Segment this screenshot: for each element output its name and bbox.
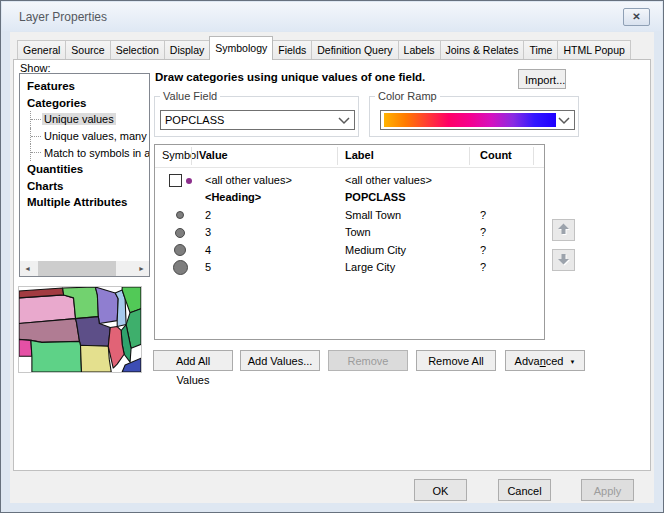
symbol-cell bbox=[155, 259, 205, 276]
column-header-count[interactable]: Count bbox=[480, 149, 512, 161]
import-button[interactable]: Import... bbox=[518, 69, 566, 89]
scroll-left-icon[interactable]: ◄ bbox=[20, 261, 35, 276]
chevron-down-icon bbox=[338, 117, 350, 125]
scroll-right-icon[interactable]: ► bbox=[134, 261, 149, 276]
tree-item-label: Quantities bbox=[25, 163, 85, 175]
point-symbol-icon bbox=[186, 178, 192, 184]
tab-general[interactable]: General bbox=[17, 40, 66, 60]
tab-symbology[interactable]: Symbology bbox=[209, 36, 273, 60]
move-down-button[interactable] bbox=[552, 249, 575, 271]
value-cell: 3 bbox=[205, 226, 211, 238]
tab-fields[interactable]: Fields bbox=[272, 40, 312, 60]
column-header-label[interactable]: Label bbox=[345, 149, 374, 161]
show-tree-item-match-to-symbols-in-a[interactable]: Match to symbols in a bbox=[20, 144, 149, 161]
show-tree-item-unique-values-many[interactable]: Unique values, many bbox=[20, 128, 149, 145]
symbology-tab-page: Show: FeaturesCategoriesUnique valuesUni… bbox=[13, 59, 651, 471]
tree-item-label: Categories bbox=[25, 97, 88, 109]
tab-joins-relates[interactable]: Joins & Relates bbox=[440, 40, 525, 60]
point-symbol-icon[interactable] bbox=[176, 211, 184, 219]
categories-table: SymbolValueLabelCount <all other values>… bbox=[154, 144, 545, 340]
tree-item-label: Multiple Attributes bbox=[25, 196, 130, 208]
column-header-symbol[interactable]: Symbol bbox=[162, 149, 199, 161]
close-button[interactable]: ✕ bbox=[623, 8, 650, 26]
category-row[interactable]: 3Town? bbox=[155, 224, 544, 241]
count-cell: ? bbox=[480, 244, 486, 256]
show-tree-item-categories[interactable]: Categories bbox=[20, 95, 149, 112]
color-ramp-label: Color Ramp bbox=[375, 90, 440, 102]
tab-time[interactable]: Time bbox=[523, 40, 558, 60]
tree-item-label: Charts bbox=[25, 180, 65, 192]
point-symbol-icon[interactable] bbox=[174, 244, 186, 256]
tab-selection[interactable]: Selection bbox=[110, 40, 165, 60]
map-region bbox=[19, 339, 32, 356]
category-row[interactable]: 5Large City? bbox=[155, 259, 544, 276]
column-separator bbox=[337, 147, 338, 165]
add-values-button[interactable]: Add Values... bbox=[240, 350, 320, 371]
layer-properties-dialog: Layer Properties ✕ GeneralSourceSelectio… bbox=[0, 0, 664, 513]
cancel-button[interactable]: Cancel bbox=[498, 479, 551, 501]
show-tree-item-quantities[interactable]: Quantities bbox=[20, 161, 149, 178]
column-separator bbox=[469, 147, 470, 165]
map-region bbox=[122, 358, 141, 372]
move-up-button[interactable] bbox=[552, 219, 575, 241]
tree-horizontal-scrollbar: ◄ ► bbox=[20, 261, 149, 276]
arrow-up-icon bbox=[555, 221, 572, 237]
apply-button[interactable]: Apply bbox=[581, 479, 634, 501]
value-cell: <Heading> bbox=[205, 191, 261, 203]
category-row[interactable]: 2Small Town? bbox=[155, 207, 544, 224]
show-tree-item-unique-values[interactable]: Unique values bbox=[20, 111, 149, 128]
scrollbar-track bbox=[35, 261, 134, 276]
label-cell: Small Town bbox=[345, 209, 401, 221]
symbol-cell bbox=[155, 224, 205, 241]
tree-connector-icon bbox=[30, 128, 42, 145]
color-ramp-dropdown[interactable] bbox=[380, 110, 575, 130]
value-field-dropdown[interactable]: POPCLASS bbox=[160, 110, 355, 130]
advanced-button[interactable]: Advanced▼ bbox=[505, 350, 585, 371]
map-region bbox=[108, 327, 124, 369]
tab-source[interactable]: Source bbox=[65, 40, 110, 60]
category-row[interactable]: <all other values><all other values> bbox=[155, 172, 544, 189]
show-tree-item-charts[interactable]: Charts bbox=[20, 178, 149, 195]
all-other-values-checkbox[interactable] bbox=[169, 174, 182, 187]
value-cell: 4 bbox=[205, 244, 211, 256]
label-cell: Large City bbox=[345, 261, 395, 273]
value-field-label: Value Field bbox=[160, 90, 220, 102]
map-preview-thumbnail bbox=[18, 286, 142, 373]
show-tree-panel: FeaturesCategoriesUnique valuesUnique va… bbox=[19, 73, 150, 277]
show-tree: FeaturesCategoriesUnique valuesUnique va… bbox=[20, 78, 149, 211]
value-field-selected-value: POPCLASS bbox=[165, 114, 224, 126]
color-ramp-group: Color Ramp bbox=[369, 96, 579, 137]
category-row[interactable]: 4Medium City? bbox=[155, 242, 544, 259]
tab-html-popup[interactable]: HTML Popup bbox=[557, 40, 630, 60]
category-row[interactable]: <Heading>POPCLASS bbox=[155, 189, 544, 206]
symbol-cell bbox=[155, 207, 205, 224]
tree-connector-icon bbox=[30, 144, 42, 161]
show-tree-item-multiple-attributes[interactable]: Multiple Attributes bbox=[20, 194, 149, 211]
chevron-down-icon bbox=[558, 117, 570, 125]
label-cell: POPCLASS bbox=[345, 191, 406, 203]
tab-display[interactable]: Display bbox=[164, 40, 210, 60]
add-all-values-button[interactable]: Add All Values bbox=[153, 350, 233, 371]
ok-button[interactable]: OK bbox=[414, 479, 467, 501]
scrollbar-thumb[interactable] bbox=[38, 261, 116, 276]
dropdown-arrow-icon: ▼ bbox=[570, 359, 576, 365]
draw-method-heading: Draw categories using unique values of o… bbox=[155, 71, 425, 83]
arrow-down-icon bbox=[555, 251, 572, 267]
title-bar[interactable]: Layer Properties ✕ bbox=[2, 2, 662, 31]
count-cell: ? bbox=[480, 261, 486, 273]
symbol-cell bbox=[155, 242, 205, 259]
tab-definition-query[interactable]: Definition Query bbox=[311, 40, 398, 60]
show-tree-item-features[interactable]: Features bbox=[20, 78, 149, 95]
value-cell: <all other values> bbox=[205, 174, 292, 186]
category-action-buttons: Add All ValuesAdd Values...RemoveRemove … bbox=[153, 350, 603, 371]
point-symbol-icon[interactable] bbox=[173, 260, 188, 275]
value-cell: 2 bbox=[205, 209, 211, 221]
remove-all-button[interactable]: Remove All bbox=[416, 350, 496, 371]
remove-button[interactable]: Remove bbox=[328, 350, 408, 371]
tab-labels[interactable]: Labels bbox=[398, 40, 441, 60]
column-separator bbox=[533, 147, 534, 165]
value-cell: 5 bbox=[205, 261, 211, 273]
point-symbol-icon[interactable] bbox=[175, 228, 185, 238]
column-header-value[interactable]: Value bbox=[199, 149, 228, 161]
table-header: SymbolValueLabelCount bbox=[155, 145, 544, 168]
